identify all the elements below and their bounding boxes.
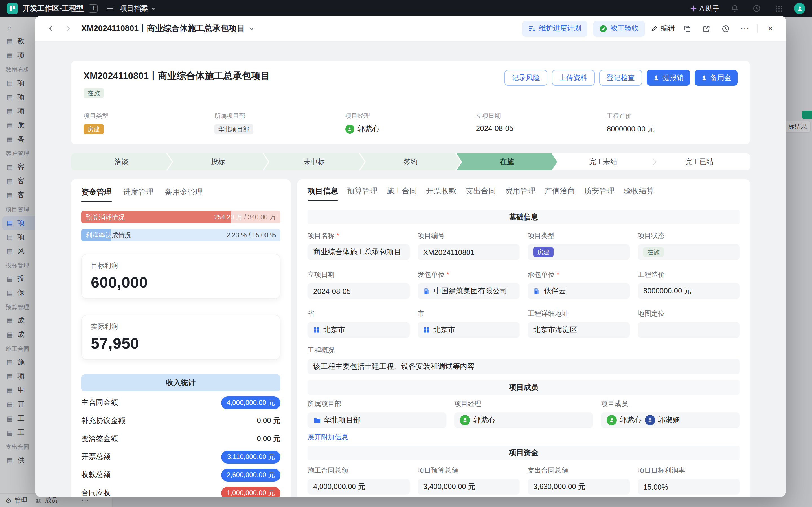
tab-project-info[interactable]: 项目信息 — [308, 186, 338, 201]
history-icon[interactable] — [719, 22, 733, 35]
field-project-status: 项目状态 在施 — [638, 231, 740, 260]
record-risk-button[interactable]: 记录风险 — [504, 70, 547, 86]
funds-panel: 资金管理 进度管理 备用金管理 预算消耗情况 254.20 万 / 340.00… — [71, 179, 290, 497]
project-members-input[interactable]: 郭紫心 郭淑娴 — [601, 412, 740, 428]
nav-project-archive[interactable]: 项目档案 — [120, 4, 156, 13]
project-summary-card: XM2024110801丨商业综合体施工总承包项目 在施 记录风险 上传资料 登… — [71, 61, 750, 145]
register-check-button[interactable]: 登记检查 — [599, 70, 642, 86]
project-overview-input[interactable]: 该工程主要包括土建工程、设备安装和调试等内容 — [308, 359, 740, 375]
history-icon[interactable] — [750, 2, 763, 15]
readonly-value: 15.00% — [638, 479, 740, 495]
stage-bidding[interactable]: 投标 — [167, 153, 268, 170]
amount-pill: 2,600,000.00 元 — [221, 468, 280, 481]
income-statistics-header[interactable]: 收入统计 — [81, 375, 280, 391]
close-icon[interactable]: × — [763, 22, 777, 35]
map-location-input[interactable] — [638, 322, 740, 338]
copy-icon[interactable] — [681, 22, 694, 35]
stage-finished-settled[interactable]: 完工已结 — [649, 153, 750, 170]
tab-reserve-management[interactable]: 备用金管理 — [165, 187, 203, 202]
stage-not-won[interactable]: 未中标 — [264, 153, 365, 170]
stage-in-construction[interactable]: 在施 — [456, 153, 557, 170]
field-project-type: 项目类型 房建 — [528, 231, 630, 260]
modal-columns: 资金管理 进度管理 备用金管理 预算消耗情况 254.20 万 / 340.00… — [71, 179, 750, 497]
department-input[interactable]: 华北项目部 — [308, 412, 446, 428]
stage-signed[interactable]: 签约 — [360, 153, 461, 170]
address-input[interactable]: 北京市海淀区 — [528, 322, 630, 338]
contractor-unit-input[interactable]: 伙伴云 — [528, 283, 630, 299]
ai-assistant-button[interactable]: AI助手 — [690, 4, 719, 13]
start-date-input[interactable]: 2024-08-05 — [308, 283, 410, 299]
completion-acceptance-button[interactable]: 竣工验收 — [593, 20, 645, 36]
owner-unit-input[interactable]: 中国建筑集团有限公司 — [418, 283, 520, 299]
section-project-funds: 项目资金 — [308, 446, 740, 460]
stage-stepper: 洽谈 投标 未中标 签约 在施 完工未结 完工已结 — [71, 153, 750, 170]
edit-button[interactable]: 编辑 — [651, 24, 675, 33]
maintain-schedule-button[interactable]: 维护进度计划 — [522, 20, 587, 36]
project-detail-modal: XM2024110801丨商业综合体施工总承包项目 维护进度计划 竣工验收 编辑 — [35, 16, 786, 497]
tab-funds-management[interactable]: 资金管理 — [81, 187, 112, 202]
tab-construction-contract[interactable]: 施工合同 — [386, 186, 417, 201]
stage-negotiation[interactable]: 洽谈 — [71, 153, 172, 170]
province-input[interactable]: 北京市 — [308, 322, 410, 338]
field-manager: 项目经理 郭紫心 — [345, 112, 476, 134]
member-chip: 郭紫心 — [607, 415, 642, 425]
apps-icon[interactable] — [772, 2, 786, 15]
modal-header: XM2024110801丨商业综合体施工总承包项目 维护进度计划 竣工验收 编辑 — [35, 16, 786, 42]
readonly-value: 4,000,000.00 元 — [308, 479, 410, 495]
tab-expense-contract[interactable]: 支出合同 — [466, 186, 496, 201]
members-grid: 所属项目部 华北项目部 展开附加信息 项目经理 郭紫心 — [308, 399, 740, 442]
city-input[interactable]: 北京市 — [418, 322, 520, 338]
project-code-input[interactable]: XM2024110801 — [418, 244, 520, 260]
tab-invoicing[interactable]: 开票收款 — [426, 186, 456, 201]
share-icon[interactable] — [700, 22, 713, 35]
tab-output-negotiation[interactable]: 产值洽商 — [545, 186, 575, 201]
row-main-contract: 主合同金额 4,000,000.00 元 — [81, 394, 280, 412]
member-chip: 郭淑娴 — [645, 415, 680, 425]
field-project-name: 项目名称 商业综合体施工总承包项目 — [308, 231, 410, 260]
add-workspace-button[interactable]: + — [89, 4, 98, 13]
tab-cost-management[interactable]: 费用管理 — [505, 186, 536, 201]
field-city: 市 北京市 — [418, 309, 520, 338]
avatar — [345, 125, 354, 134]
field-construction-contract-total: 施工合同总额 4,000,000.00 元 — [308, 466, 410, 495]
person-icon — [701, 74, 707, 81]
more-icon[interactable]: ⋯ — [738, 22, 752, 35]
notification-icon[interactable] — [728, 2, 742, 15]
project-status-input[interactable]: 在施 — [638, 244, 740, 260]
submit-expense-button[interactable]: 提报销 — [647, 70, 690, 86]
app-logo-icon[interactable] — [7, 3, 18, 14]
expand-extra-info-link[interactable]: 展开附加信息 — [308, 433, 348, 442]
target-profit-value: 600,000 — [91, 274, 271, 292]
upload-material-button[interactable]: 上传资料 — [552, 70, 595, 86]
actual-profit-value: 57,950 — [91, 335, 271, 352]
field-contractor-unit: 承包单位 伙伴云 — [528, 270, 630, 299]
project-cost-input[interactable]: 8000000.00 元 — [638, 283, 740, 299]
project-name-input[interactable]: 商业综合体施工总承包项目 — [308, 244, 410, 260]
tab-budget[interactable]: 预算管理 — [347, 186, 378, 201]
field-department: 所属项目部 华北项目部 展开附加信息 — [308, 399, 446, 442]
field-project-code: 项目编号 XM2024110801 — [418, 231, 520, 260]
profit-rate-bar: 利润率达成情况 2.23 % / 15.00 % — [81, 229, 280, 241]
readonly-value: 3,400,000.00 元 — [418, 479, 520, 495]
user-avatar[interactable] — [794, 3, 805, 14]
reserve-fund-button[interactable]: 备用金 — [694, 70, 738, 86]
tab-quality-safety[interactable]: 质安管理 — [584, 186, 614, 201]
stage-finished-unsettled[interactable]: 完工未结 — [553, 153, 653, 170]
tab-acceptance-settlement[interactable]: 验收结算 — [624, 186, 654, 201]
project-manager-input[interactable]: 郭紫心 — [454, 412, 593, 428]
folder-icon — [313, 416, 321, 424]
tab-progress-management[interactable]: 进度管理 — [123, 187, 154, 202]
menu-icon[interactable] — [107, 6, 114, 11]
project-info-panel: 项目信息 预算管理 施工合同 开票收款 支出合同 费用管理 产值洽商 质安管理 … — [297, 179, 750, 497]
amount-pill: 4,000,000.00 元 — [221, 396, 280, 409]
forward-icon[interactable] — [61, 22, 74, 35]
chevron-down-icon[interactable] — [249, 26, 255, 31]
basic-info-grid: 项目名称 商业综合体施工总承包项目 项目编号 XM2024110801 项目类型… — [308, 231, 740, 338]
field-project-type: 项目类型 房建 — [84, 112, 214, 134]
workspace-title[interactable]: 开发工作区-工程型 — [22, 3, 84, 13]
project-meta-fields: 项目类型 房建 所属项目部 华北项目部 项目经理 郭紫心 — [84, 112, 738, 134]
field-project-manager: 项目经理 郭紫心 — [454, 399, 593, 442]
modal-actions: 维护进度计划 竣工验收 编辑 ⋯ — [522, 20, 777, 36]
back-icon[interactable] — [44, 22, 58, 35]
project-type-input[interactable]: 房建 — [528, 244, 630, 260]
